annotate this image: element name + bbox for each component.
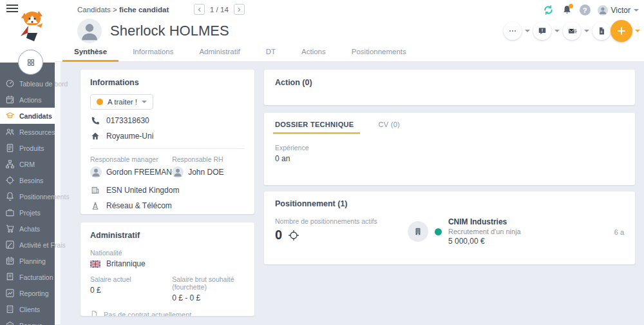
previous-record-button[interactable] [194,4,205,15]
contract-doc-icon [90,310,99,316]
bell-outline-icon [5,192,15,201]
sidebar-item-activite-et-frais[interactable]: Activité et Frais [0,237,55,253]
divider [90,148,245,149]
manager-label: Responsable manager [90,155,172,163]
people-icon [5,127,15,137]
target-icon [5,175,15,185]
sidebar-item-achats[interactable]: Achats [0,221,55,237]
user-menu[interactable]: Victor [598,5,639,15]
country-label: Royaume-Uni [106,132,153,141]
antenna-tower-icon [90,201,100,210]
status-green-dot [435,228,442,235]
document-icon [597,26,606,35]
tab-administratif[interactable]: Administratif [186,42,252,62]
sidebar-menu: Tableau de bord Actions Candidats Ressou… [0,63,55,325]
status-dropdown[interactable]: A traiter ! [90,94,153,110]
chevron-down-icon[interactable] [525,30,530,32]
positionnement-item[interactable]: CNIM Industries Recrutement d'un ninja 5… [408,217,624,246]
rh-name: John DOE [188,168,223,177]
breadcrumb[interactable]: Candidats > fiche candidat [77,6,169,14]
breadcrumb-section[interactable]: Candidats [77,6,111,14]
sidebar-item-tableau-de-bord[interactable]: Tableau de bord [0,75,55,92]
office-building-icon [5,304,15,314]
profile-action-buttons [504,20,640,42]
tab-actions[interactable]: Actions [289,42,339,62]
chevron-left-icon [197,7,202,12]
invoice-icon [5,272,15,282]
tab-cv[interactable]: CV (0) [378,121,400,134]
status-label: A traiter ! [108,98,137,106]
pencil-square-icon [5,240,15,250]
more-actions-button[interactable] [504,22,522,40]
position-time: 6 a [614,227,624,236]
company-name: ESN United Kingdom [106,186,179,195]
profile-tabs: Synthèse Informations Administratif DT A… [61,42,419,62]
home-icon [90,132,100,141]
tab-dossier-technique[interactable]: DOSSIER TECHNIQUE [275,121,354,134]
manager-person: Gordon FREEMAN [90,166,172,178]
sidebar-item-facturation[interactable]: Facturation [0,269,55,285]
sidebar-item-planning[interactable]: Planning [0,253,55,269]
sidebar-item-label: Tableau de bord [19,80,68,88]
apps-grid-button[interactable] [18,50,43,75]
chevron-down-icon[interactable] [584,30,589,32]
document-button[interactable] [592,22,611,40]
phone-row: 0173318630 [90,116,245,125]
cart-icon [5,224,15,233]
dossier-tabs: DOSSIER TECHNIQUE CV (0) [264,113,635,134]
contract-note-row: Pas de contrat actuellement [90,310,245,316]
sidebar-item-actions[interactable]: Actions [0,92,55,108]
company-building-icon [90,186,100,195]
sidebar-item-clients[interactable]: Clients [0,301,55,317]
sync-icon[interactable] [542,4,554,16]
notifications-button[interactable] [562,5,573,15]
sidebar-item-ressources[interactable]: Ressources [0,124,55,140]
help-icon[interactable]: ? [580,5,591,15]
tab-positionnements[interactable]: Positionnements [339,42,419,62]
position-role: Recrutement d'un ninja [448,228,521,235]
sidebar-item-produits[interactable]: Produits [0,140,55,156]
next-record-button[interactable] [234,4,245,15]
tab-synthese[interactable]: Synthèse [61,42,120,62]
experience-value: 0 an [275,154,624,163]
sidebar-item-banque[interactable]: Banque [0,317,55,325]
sidebar-item-positionnements[interactable]: Positionnements [0,188,55,204]
sidebar-item-label: Ressources [19,128,55,136]
uk-flag-icon [90,261,100,268]
chevron-right-icon [236,7,242,12]
nationality-value: Britannique [106,259,146,268]
notification-badge-dot [569,4,573,8]
sidebar-item-projets[interactable]: Projets [0,204,55,221]
dossier-card: DOSSIER TECHNIQUE CV (0) Expérience 0 an [264,113,635,185]
manager-name: Gordon FREEMAN [106,168,172,177]
sidebar-item-label: Reporting [19,290,49,297]
nationality-label: Nationalité [90,249,245,257]
add-button[interactable] [611,20,632,42]
contract-note: Pas de contrat actuellement [104,311,191,317]
tab-informations[interactable]: Informations [120,42,186,62]
chevron-down-icon[interactable] [554,30,560,32]
candidate-name: Sherlock HOLMES [110,23,229,39]
sidebar-item-candidats[interactable]: Candidats [0,108,55,124]
sidebar-item-crm[interactable]: CRM [0,156,55,172]
sidebar-item-label: CRM [19,161,35,168]
comment-button[interactable] [533,22,551,40]
sidebar-item-label: Planning [19,257,46,265]
user-name: Victor [611,6,630,15]
company-circle-icon [408,221,428,242]
sidebar-item-label: Candidats [19,112,52,120]
chevron-down-icon[interactable] [635,30,640,32]
card-title: Informations [90,78,245,87]
salary-label: Salaire actuel [90,275,172,283]
tab-dt[interactable]: DT [253,42,289,62]
gauge-icon [5,79,15,88]
building-icon [413,227,422,236]
bank-icon [5,320,15,325]
position-company: CNIM Industries [448,217,521,226]
comment-icon [538,26,547,35]
sidebar-item-besoins[interactable]: Besoins [0,172,55,188]
send-email-button[interactable] [563,22,581,40]
sidebar-item-reporting[interactable]: Reporting [0,285,55,301]
more-ellipsis-icon [508,26,517,35]
card-title: Administratif [90,231,245,240]
